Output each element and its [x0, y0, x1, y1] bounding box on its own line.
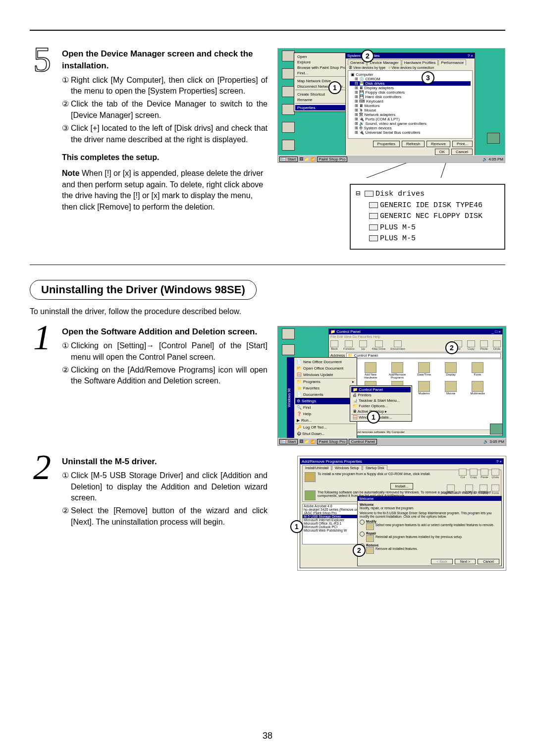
taskbar-2[interactable]: 🪟 Start 🖼 📁 📶 Paint Shop Pro Control Pan…	[278, 438, 506, 445]
step5-sub3: Click [+] located to the left of [Disk d…	[71, 123, 268, 145]
mid-rule	[30, 265, 505, 265]
wizard-cancel-button[interactable]: Cancel	[478, 559, 499, 564]
btn-properties[interactable]: Properties	[373, 141, 400, 147]
circ-1b: ①	[62, 340, 71, 363]
context-menu[interactable]: Open Explore Browse with Paint Shop Pro …	[294, 53, 350, 112]
dm-tree[interactable]: ▣ Computer ⊞ 💿 CDROM ⊟ 💾 Disk drives ⊞ 🖥…	[348, 70, 473, 139]
svg-line-1	[441, 163, 446, 178]
btn-ok[interactable]: OK	[435, 149, 450, 155]
start-menu[interactable]: Windows 98 📄New Office Document 📂Open Of…	[287, 357, 357, 438]
tab-install[interactable]: Install/Uninstall	[302, 465, 331, 470]
wizard-back-button: < Back	[431, 559, 453, 564]
cp-toolbar[interactable]: Back Forward Up Map Drive Disconnect Cut…	[329, 339, 502, 352]
taskbar-app[interactable]: Paint Shop Pro	[317, 157, 348, 162]
badge-1: 1	[328, 81, 341, 94]
u2-title: Uninstall the M-5 driver.	[62, 456, 268, 468]
cp-menubar[interactable]: File Edit View Go Favorites Help	[329, 334, 502, 339]
badge-arp1: 1	[290, 520, 303, 533]
circ-2b: ②	[62, 365, 71, 387]
step5-sub2: Click the tab of the Device Manager to s…	[71, 99, 268, 121]
clock-2: 🔊 3:05 PM	[483, 439, 504, 444]
u1-sub1: Clicking on [Setting]→ [Control Panel] o…	[71, 340, 268, 363]
uninstall-heading: Uninstalling the Driver (Windows 98SE)	[30, 280, 257, 300]
tab-device-manager[interactable]: Device Manager	[367, 59, 401, 66]
radio-view-type[interactable]: View devices by type	[353, 66, 385, 69]
close-icon[interactable]: ? ×	[496, 459, 502, 464]
btn-print[interactable]: Print...	[452, 141, 473, 147]
ctx-explore[interactable]: Explore	[295, 59, 348, 65]
badge-2: 2	[361, 50, 374, 62]
install-button[interactable]: Install...	[390, 483, 413, 489]
ctx-shortcut[interactable]: Create Shortcut	[295, 92, 348, 97]
tab-startup[interactable]: Startup Disk	[363, 465, 387, 470]
top-rule	[30, 30, 505, 31]
radio-modify[interactable]	[360, 520, 365, 525]
circ-2c: ②	[62, 505, 71, 528]
ctx-rename[interactable]: Rename	[295, 97, 348, 103]
step5-note: Note When [!] or [x] is appended, please…	[62, 168, 268, 213]
circ-1c: ①	[62, 470, 71, 503]
badge-cp1: 1	[367, 411, 380, 424]
radio-repair[interactable]	[360, 532, 365, 537]
badge-3: 3	[422, 71, 434, 84]
radio-view-conn[interactable]: View devices by connection	[391, 66, 434, 69]
disk-tree-detail: ⊟ Disk drives GENERIC IDE DISK TYPE46 GE…	[350, 184, 505, 250]
svg-line-0	[367, 163, 406, 178]
btn-remove[interactable]: Remove	[427, 141, 450, 147]
u2-sub2: Select the [Remove] button of the wizard…	[71, 505, 268, 528]
badge-arp2: 2	[353, 544, 366, 557]
taskbar[interactable]: 🪟 Start 🖼 📁 📶 Paint Shop Pro 🔊 4:05 PM	[278, 155, 505, 162]
circ-3: ③	[62, 123, 71, 145]
connector-lines	[277, 163, 505, 178]
ctx-find[interactable]: Find...	[295, 70, 348, 76]
circ-2: ②	[62, 99, 71, 121]
u1-number: 1	[30, 324, 54, 386]
uninstall-step1: 1 Open the Software Addition and Deletio…	[30, 326, 505, 446]
start-button[interactable]: 🪟 Start	[279, 157, 298, 162]
uninstall-intro: To uninstall the driver, follow the proc…	[30, 307, 505, 316]
u2-sub1: Click [M-5 USB Storage Driver] and click…	[71, 470, 268, 503]
u1-title: Open the Software Addition and Deletion …	[62, 326, 268, 338]
page-number: 38	[0, 731, 535, 741]
start-button-2[interactable]: 🪟 Start	[279, 439, 298, 444]
step5-sub1: Right click [My Computer], then click on…	[71, 75, 268, 97]
ctx-properties[interactable]: Properties	[295, 105, 348, 110]
wizard-next-button[interactable]: Next >	[455, 559, 476, 564]
clock: 🔊 4:05 PM	[482, 157, 503, 162]
btn-cancel[interactable]: Cancel	[451, 149, 473, 155]
badge-cp2: 2	[445, 341, 458, 354]
device-manager-dialog: System Properties? × GeneralDevice Manag…	[345, 53, 475, 158]
tab-performance[interactable]: Performance	[438, 59, 466, 65]
step5-complete: This completes the setup.	[62, 152, 268, 163]
step5-title: Open the Device Manager screen and check…	[62, 48, 268, 72]
address-field[interactable]: 📁 Control Panel	[346, 353, 501, 358]
ctx-map[interactable]: Map Network Drive...	[295, 78, 348, 84]
settings-submenu[interactable]: 📁 Control Panel 🖨 Printers 📊 Taskbar & S…	[350, 385, 412, 422]
btn-refresh[interactable]: Refresh	[402, 141, 425, 147]
ctx-open[interactable]: Open	[295, 54, 348, 59]
ctx-browse[interactable]: Browse with Paint Shop Pro	[295, 65, 348, 70]
u1-sub2: Clicking on the [Add/Remove Programs] ic…	[71, 365, 268, 387]
u2-number: 2	[30, 453, 54, 528]
screenshot-control-panel: 📁 Control Panel_ □ × File Edit View Go F…	[277, 326, 506, 446]
screenshot-add-remove: Add/Remove Programs Properties? × Instal…	[297, 456, 506, 571]
uninstall-step2: 2 Uninstall the M-5 driver. ①Click [M-5 …	[30, 456, 505, 571]
screenshot-device-manager: Open Explore Browse with Paint Shop Pro …	[277, 48, 505, 163]
close-icon[interactable]: ? ×	[468, 54, 473, 58]
close-icon[interactable]: _ □ ×	[492, 329, 501, 334]
tab-hw-profiles[interactable]: Hardware Profiles	[402, 59, 438, 65]
step5-section: 5 Open the Device Manager screen and che…	[30, 48, 505, 250]
circ-1: ①	[62, 75, 71, 97]
tab-winsetup[interactable]: Windows Setup	[332, 465, 362, 470]
wizard-dialog: Welcome Welcome Modify, repair, or remov…	[357, 496, 502, 566]
step5-number: 5	[30, 46, 54, 210]
